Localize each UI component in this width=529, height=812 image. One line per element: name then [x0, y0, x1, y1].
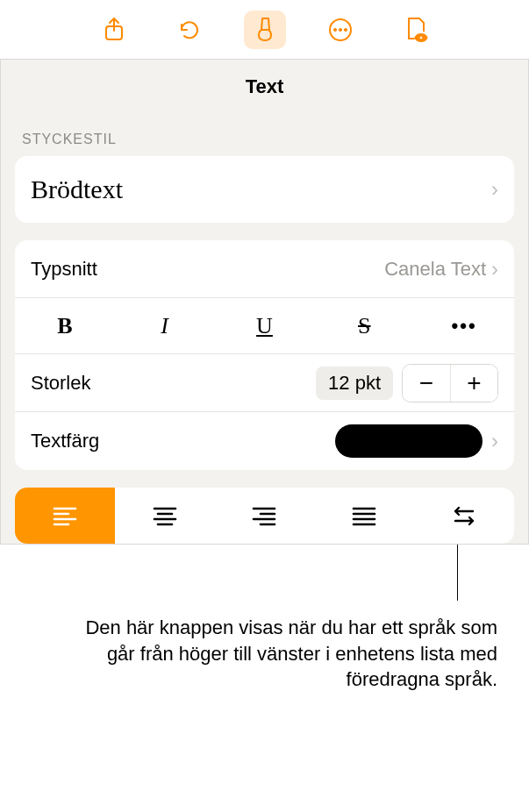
- font-label: Typsnitt: [31, 258, 384, 281]
- callout-text: Den här knappen visas när du har ett spr…: [0, 615, 529, 714]
- svg-point-3: [339, 28, 341, 31]
- align-left-button[interactable]: [15, 488, 115, 544]
- text-color-swatch[interactable]: [335, 424, 483, 458]
- align-right-icon: [251, 505, 277, 526]
- size-label: Storlek: [31, 372, 316, 395]
- callout-line: [0, 545, 529, 615]
- svg-point-2: [333, 28, 336, 31]
- font-row[interactable]: Typsnitt Canela Text ›: [15, 240, 514, 298]
- text-direction-icon: [450, 505, 478, 526]
- size-increase-button[interactable]: +: [450, 365, 497, 402]
- share-icon: [102, 17, 126, 43]
- size-decrease-button[interactable]: −: [403, 365, 450, 402]
- panel-title: Text: [1, 60, 528, 125]
- text-color-row[interactable]: Textfärg ›: [15, 412, 514, 470]
- align-justify-icon: [351, 505, 377, 526]
- brush-icon: [252, 16, 278, 44]
- size-row: Storlek 12 pkt − +: [15, 354, 514, 412]
- alignment-row: [15, 488, 514, 544]
- strikethrough-button[interactable]: S: [314, 298, 414, 353]
- size-value[interactable]: 12 pkt: [316, 367, 393, 400]
- italic-button[interactable]: I: [115, 298, 215, 353]
- share-button[interactable]: [93, 11, 135, 49]
- more-button[interactable]: [319, 11, 361, 49]
- bold-button[interactable]: B: [15, 298, 115, 353]
- text-format-row: B I U S •••: [15, 298, 514, 354]
- app-toolbar: [0, 0, 529, 60]
- svg-point-6: [419, 36, 423, 39]
- paragraph-style-name: Brödtext: [31, 175, 491, 204]
- underline-button[interactable]: U: [215, 298, 315, 353]
- align-right-button[interactable]: [215, 488, 315, 544]
- paragraph-style-card: Brödtext ›: [15, 156, 514, 223]
- font-card: Typsnitt Canela Text › B I U S ••• Storl…: [15, 240, 514, 470]
- paragraph-style-row[interactable]: Brödtext ›: [15, 156, 514, 223]
- chevron-right-icon: ›: [491, 429, 498, 453]
- document-view-button[interactable]: [395, 11, 437, 49]
- text-direction-button[interactable]: [414, 488, 514, 544]
- chevron-right-icon: ›: [491, 177, 498, 202]
- align-center-button[interactable]: [115, 488, 215, 544]
- paragraph-style-label: STYCKESTIL: [1, 125, 528, 156]
- font-value: Canela Text: [384, 258, 486, 281]
- undo-icon: [176, 17, 203, 43]
- align-left-icon: [52, 505, 78, 526]
- svg-point-4: [344, 28, 347, 31]
- text-color-label: Textfärg: [31, 430, 335, 452]
- align-justify-button[interactable]: [314, 488, 414, 544]
- undo-button[interactable]: [168, 11, 211, 49]
- more-circle-icon: [327, 17, 354, 43]
- more-format-button[interactable]: •••: [414, 298, 514, 353]
- size-stepper: − +: [402, 364, 498, 402]
- format-panel: Text STYCKESTIL Brödtext › Typsnitt Cane…: [0, 60, 529, 545]
- align-center-icon: [152, 505, 178, 526]
- chevron-right-icon: ›: [491, 257, 498, 281]
- document-eye-icon: [403, 16, 429, 44]
- format-brush-button[interactable]: [244, 11, 286, 49]
